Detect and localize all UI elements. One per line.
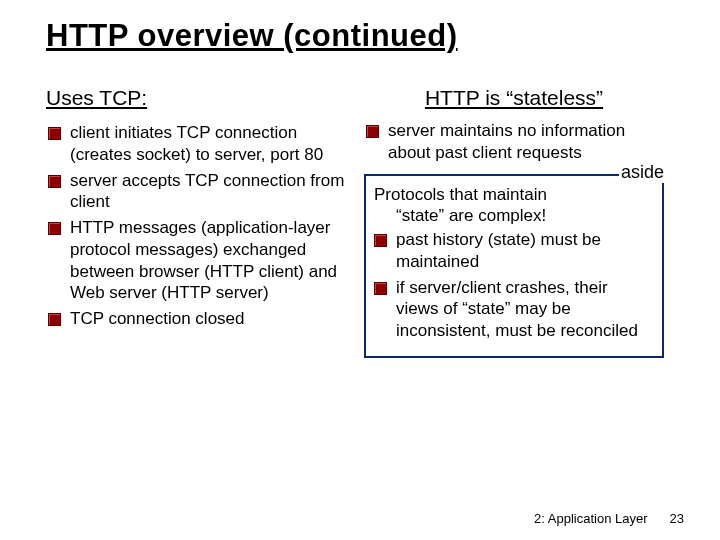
slide-title: HTTP overview (continued) [46, 18, 680, 54]
chapter-label: 2: Application Layer [534, 511, 647, 526]
right-heading: HTTP is “stateless” [364, 86, 664, 110]
two-column-layout: Uses TCP: client initiates TCP connectio… [46, 86, 680, 358]
aside-bullet-list: past history (state) must be maintained … [372, 229, 650, 342]
list-item: client initiates TCP connection (creates… [46, 122, 346, 166]
list-item: TCP connection closed [46, 308, 346, 330]
left-column: Uses TCP: client initiates TCP connectio… [46, 86, 346, 358]
aside-label: aside [619, 162, 666, 183]
list-item: server maintains no information about pa… [364, 120, 664, 164]
aside-intro-line1: Protocols that maintain [374, 185, 547, 204]
left-heading: Uses TCP: [46, 86, 346, 110]
slide-footer: 2: Application Layer 23 [534, 511, 684, 526]
page-number: 23 [670, 511, 684, 526]
list-item: HTTP messages (application-layer protoco… [46, 217, 346, 304]
aside-intro-line2: “state” are complex! [374, 205, 650, 227]
list-item: if server/client crashes, their views of… [372, 277, 650, 342]
list-item: past history (state) must be maintained [372, 229, 650, 273]
right-column: HTTP is “stateless” server maintains no … [364, 86, 664, 358]
aside-box: aside Protocols that maintain “state” ar… [364, 174, 664, 358]
right-bullet-list: server maintains no information about pa… [364, 120, 664, 164]
list-item: server accepts TCP connection from clien… [46, 170, 346, 214]
left-bullet-list: client initiates TCP connection (creates… [46, 122, 346, 330]
aside-intro: Protocols that maintain “state” are comp… [372, 184, 650, 228]
